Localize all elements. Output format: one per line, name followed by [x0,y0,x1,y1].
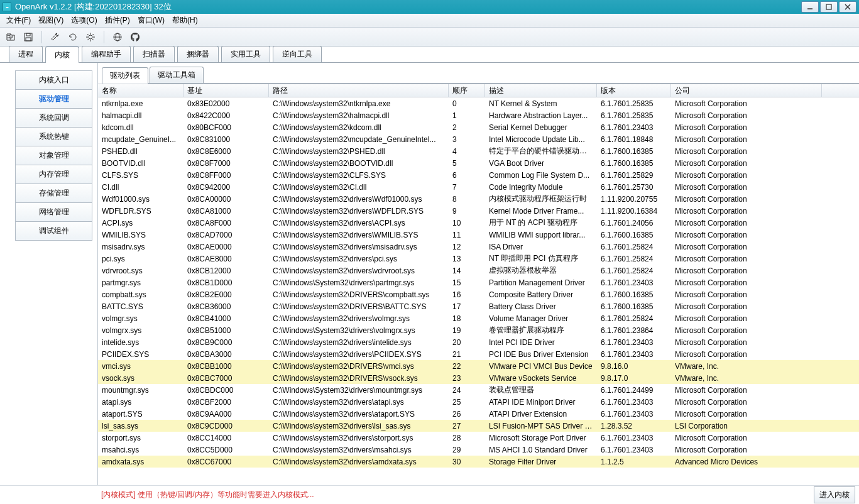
refresh-icon[interactable] [67,31,79,43]
menu-view[interactable]: 视图(V) [35,14,67,27]
tab-scanner[interactable]: 扫描器 [133,46,175,62]
menu-bar: 文件(F) 视图(V) 选项(O) 插件(P) 窗口(W) 帮助(H) [0,14,859,28]
minimize-button[interactable] [801,1,819,13]
globe-icon[interactable] [112,31,123,43]
save-icon[interactable] [23,31,34,43]
menu-plugins[interactable]: 插件(P) [101,14,134,27]
tab-kernel[interactable]: 内核 [45,47,79,63]
svg-rect-1 [826,4,831,9]
wrench-icon[interactable] [50,31,61,43]
tab-process[interactable]: 进程 [9,46,43,62]
gear-icon[interactable] [85,31,96,43]
svg-line-15 [92,34,94,35]
menu-help[interactable]: 帮助(H) [168,14,202,27]
menu-options[interactable]: 选项(O) [67,14,101,27]
title-bar: OpenArk v1.2.2 [构建:202201282330] 32位 [0,0,859,14]
open-icon[interactable] [5,31,16,43]
close-button[interactable] [839,1,856,13]
tab-bundler[interactable]: 捆绑器 [177,46,219,62]
tab-utils[interactable]: 实用工具 [221,46,270,62]
svg-rect-5 [26,33,30,36]
svg-line-13 [92,39,94,40]
window-title: OpenArk v1.2.2 [构建:202201282330] 32位 [15,1,800,13]
toolbar-separator [41,31,42,43]
menu-file[interactable]: 文件(F) [3,14,35,27]
toolbar-separator [104,31,104,43]
main-tabs: 进程 内核 编程助手 扫描器 捆绑器 实用工具 逆向工具 [0,47,859,63]
svg-line-14 [87,39,89,40]
github-icon[interactable] [129,31,141,43]
svg-line-12 [87,34,89,35]
menu-window[interactable]: 窗口(W) [134,14,168,27]
tool-bar [0,28,859,47]
app-icon [3,3,11,11]
tab-reverse[interactable]: 逆向工具 [273,46,322,62]
maximize-button[interactable] [820,1,838,13]
tab-codehelp[interactable]: 编程助手 [82,46,131,62]
svg-rect-6 [26,38,31,41]
svg-point-7 [89,35,92,39]
